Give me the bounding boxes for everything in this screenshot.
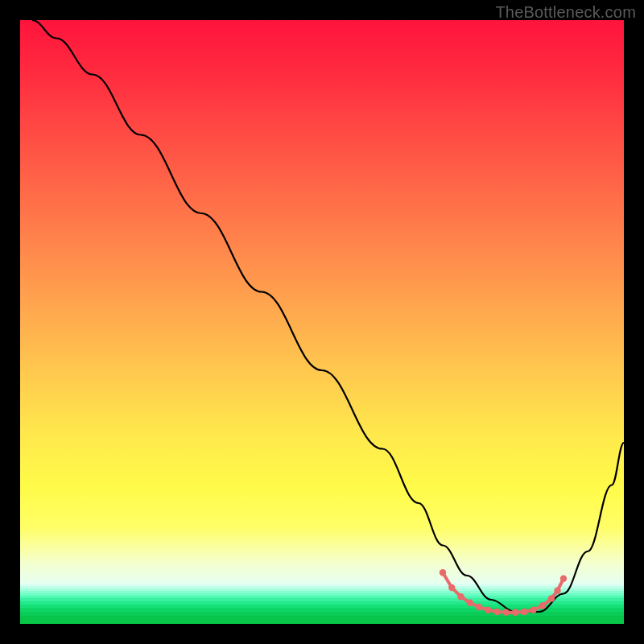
marker-dot <box>548 595 555 601</box>
sweet-spot-marker <box>440 569 567 616</box>
plot-area <box>20 20 624 624</box>
watermark-text: TheBottleneck.com <box>495 3 636 22</box>
marker-dot <box>485 607 491 613</box>
marker-dot <box>440 569 446 576</box>
marker-dot <box>530 607 536 613</box>
marker-dot <box>457 593 464 600</box>
marker-dot <box>448 584 455 591</box>
chart-frame: TheBottleneck.com <box>0 0 644 644</box>
bottleneck-curve <box>32 20 624 612</box>
marker-dot <box>476 604 482 610</box>
marker-dot <box>554 588 560 594</box>
marker-dot <box>493 609 500 615</box>
marker-dot <box>512 609 518 616</box>
chart-svg <box>20 20 624 624</box>
marker-dot <box>467 600 473 606</box>
marker-dot <box>503 609 510 616</box>
marker-dot <box>521 609 527 615</box>
marker-dot <box>539 602 546 609</box>
marker-dot <box>560 576 567 582</box>
